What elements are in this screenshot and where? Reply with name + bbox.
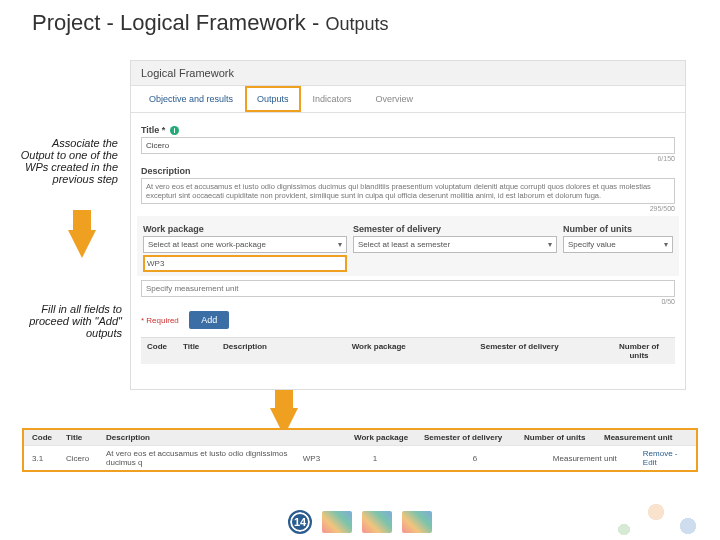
title-label: Title * i xyxy=(141,125,675,135)
cell-measure: Measurement unit xyxy=(550,454,640,463)
measure-counter: 0/50 xyxy=(141,298,675,305)
units-select[interactable]: Specify value xyxy=(563,236,673,253)
tab-indicators[interactable]: Indicators xyxy=(301,86,364,112)
page-number-badge: 14 xyxy=(288,510,312,534)
cell-code: 3.1 xyxy=(29,454,63,463)
logo-icon xyxy=(322,511,352,533)
outputs-table-header: Code Title Description Work package Seme… xyxy=(141,337,675,364)
annotation-associate-wp: Associate the Output to one of the WPs c… xyxy=(18,137,118,185)
decorative-graphic xyxy=(560,470,720,540)
cell-semester: 1 xyxy=(370,454,470,463)
description-label: Description xyxy=(141,166,675,176)
title-counter: 6/150 xyxy=(141,155,675,162)
description-input[interactable]: At vero eos et accusamus et iusto odio d… xyxy=(141,178,675,204)
arrow-down-icon xyxy=(68,230,96,258)
cell-wp: WP3 xyxy=(300,454,370,463)
result-table-header: Code Title Description Work package Seme… xyxy=(24,430,696,445)
add-button[interactable]: Add xyxy=(189,311,229,329)
cell-units: 6 xyxy=(470,454,550,463)
panel-header: Logical Framework xyxy=(131,61,685,86)
app-panel: Logical Framework Objective and results … xyxy=(130,60,686,390)
wp-selected-value[interactable]: WP3 xyxy=(143,255,347,272)
tab-objective-results[interactable]: Objective and results xyxy=(137,86,245,112)
description-counter: 295/500 xyxy=(141,205,675,212)
arrow-icon xyxy=(275,388,293,410)
logo-icon xyxy=(402,511,432,533)
semester-label: Semester of delivery xyxy=(353,224,557,234)
measurement-unit-input[interactable] xyxy=(141,280,675,297)
wp-select[interactable]: Select at least one work-package xyxy=(143,236,347,253)
required-note: * Required xyxy=(141,316,179,325)
tabs: Objective and results Outputs Indicators… xyxy=(131,86,685,113)
semester-select[interactable]: Select at least a semester xyxy=(353,236,557,253)
title-input[interactable] xyxy=(141,137,675,154)
tab-outputs[interactable]: Outputs xyxy=(245,86,301,112)
slide-title: Project - Logical Framework - Outputs xyxy=(32,10,388,36)
table-row: 3.1 Cicero At vero eos et accusamus et i… xyxy=(24,445,696,470)
arrow-icon xyxy=(73,210,91,232)
info-icon[interactable]: i xyxy=(170,126,179,135)
annotation-fill-fields: Fill in all fields to proceed with "Add"… xyxy=(14,303,122,339)
wp-label: Work package xyxy=(143,224,347,234)
row-actions[interactable]: Remove - Edit xyxy=(640,449,691,467)
tab-overview[interactable]: Overview xyxy=(364,86,426,112)
units-label: Number of units xyxy=(563,224,673,234)
cell-title: Cicero xyxy=(63,454,103,463)
cell-description: At vero eos et accusamus et iusto odio d… xyxy=(103,449,300,467)
logo-icon xyxy=(362,511,392,533)
result-table: Code Title Description Work package Seme… xyxy=(22,428,698,472)
